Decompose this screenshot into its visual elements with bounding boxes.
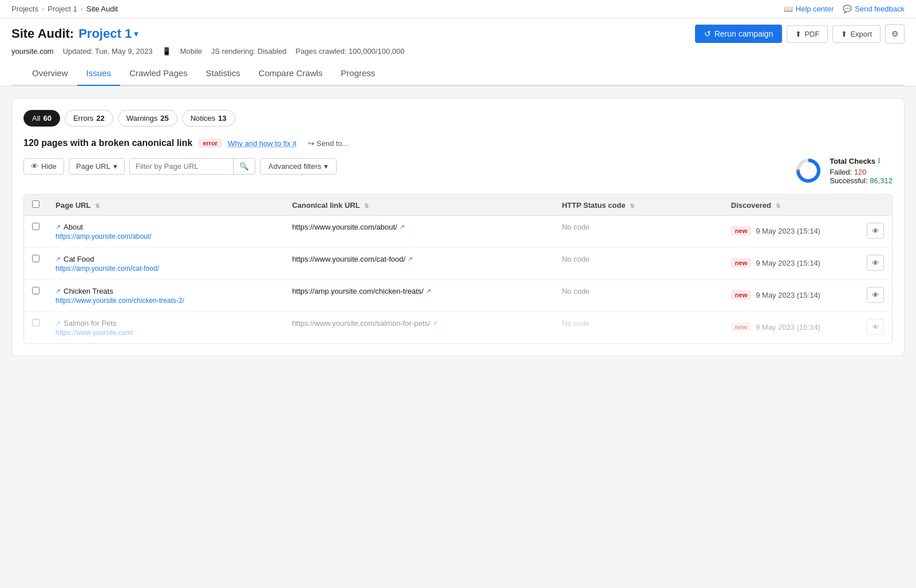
row-new-badge: new <box>731 290 751 299</box>
external-link-icon: ↗ <box>56 319 61 327</box>
row-canonical-cell: https://www.yoursite.com/about/ ↗ <box>284 216 554 248</box>
fix-link[interactable]: Why and how to fix it <box>228 139 297 148</box>
rerun-icon: ↺ <box>704 29 711 38</box>
rerun-campaign-button[interactable]: ↺ Rerun campaign <box>695 25 783 43</box>
row-page-url-link[interactable]: https://amp.yoursite.com/cat-food/ <box>56 265 276 273</box>
tab-issues[interactable]: Issues <box>77 61 120 86</box>
row-canonical-url: https://amp.yoursite.com/chicken-treats/… <box>292 287 431 295</box>
col-discovered[interactable]: Discovered ⇅ <box>723 195 892 216</box>
search-wrap: 🔍 <box>129 158 255 175</box>
row-checkbox[interactable] <box>32 287 40 294</box>
export-button[interactable]: ⬆ Export <box>832 25 881 43</box>
row-page-url-link[interactable]: https://www.yoursite.com/chicken-treats-… <box>56 297 276 305</box>
col-http-label: HTTP Status code <box>562 201 625 210</box>
row-page-name-text: About <box>64 223 83 231</box>
breadcrumb: Projects › Project 1 › Site Audit <box>11 5 118 13</box>
page-url-dropdown[interactable]: Page URL ▾ <box>69 158 125 175</box>
row-checkbox-cell <box>24 280 48 312</box>
export-icon: ⬆ <box>841 30 847 38</box>
rerun-label: Rerun campaign <box>714 29 773 38</box>
tab-crawled-pages[interactable]: Crawled Pages <box>120 61 197 86</box>
row-discovered-wrap: new 9 May 2023 (15:14) 👁 <box>731 287 884 303</box>
row-view-button[interactable]: 👁 <box>867 255 884 271</box>
row-checkbox[interactable] <box>32 223 40 230</box>
issue-badge: error <box>198 139 222 148</box>
row-view-button[interactable]: 👁 <box>867 287 884 303</box>
breadcrumb-projects[interactable]: Projects <box>11 5 38 13</box>
adv-filters-label: Advanced filters <box>269 162 322 171</box>
row-checkbox[interactable] <box>32 319 40 326</box>
col-canonical-label: Canonical link URL <box>292 201 360 210</box>
row-page-url-link[interactable]: https://amp.yoursite.com/about/ <box>56 232 276 240</box>
project-name-text: Project 1 <box>78 26 132 41</box>
total-checks: Total Checks ℹ Failed: 120 Successful: 8… <box>794 156 893 185</box>
row-new-badge: new <box>731 322 751 332</box>
row-new-badge: new <box>731 226 751 235</box>
search-button[interactable]: 🔍 <box>233 159 255 174</box>
help-center-link[interactable]: 📖 Help center <box>784 5 834 13</box>
row-page-url-cell: ↗ Chicken Treats https://www.yoursite.co… <box>48 280 284 312</box>
row-view-button[interactable]: 👁 <box>867 223 884 239</box>
row-http-cell: No code <box>554 312 722 344</box>
filter-tab-errors[interactable]: Errors 22 <box>65 110 113 127</box>
external-link-icon: ↗ <box>426 287 431 295</box>
failed-value: 120 <box>854 168 867 176</box>
send-feedback-link[interactable]: 💬 Send feedback <box>843 5 905 13</box>
tab-progress[interactable]: Progress <box>331 61 384 86</box>
row-http-cell: No code <box>554 248 722 280</box>
updated-label: Updated: Tue, May 9, 2023 <box>63 47 153 56</box>
site-audit-title: Site Audit: Project 1 ▾ <box>11 26 138 41</box>
meta-row: yoursite.com Updated: Tue, May 9, 2023 📱… <box>11 47 905 61</box>
breadcrumb-project1[interactable]: Project 1 <box>48 5 77 13</box>
project-name-button[interactable]: Project 1 ▾ <box>78 26 138 41</box>
site-audit-prefix: Site Audit: <box>11 26 74 41</box>
donut-chart <box>794 156 823 185</box>
breadcrumb-sep1: › <box>42 5 44 13</box>
col-discovered-label: Discovered <box>731 201 771 210</box>
help-center-label: Help center <box>796 5 834 13</box>
col-canonical[interactable]: Canonical link URL ⇅ <box>284 195 554 216</box>
tab-statistics[interactable]: Statistics <box>197 61 250 86</box>
table-row: ↗ Salmon for Pets https://www.yoursite.c… <box>24 312 892 344</box>
info-icon: ℹ <box>878 157 881 165</box>
search-input[interactable] <box>130 159 233 174</box>
row-http-cell: No code <box>554 280 722 312</box>
row-page-url-link[interactable]: https://www.yoursite.com/ <box>56 329 276 337</box>
filter-notices-count: 13 <box>218 114 226 123</box>
row-view-button[interactable]: 👁 <box>867 319 884 335</box>
filter-all-count: 60 <box>43 114 51 123</box>
filter-tab-notices[interactable]: Notices 13 <box>182 110 235 127</box>
external-link-icon: ↗ <box>56 223 61 231</box>
advanced-filters-button[interactable]: Advanced filters ▾ <box>260 158 337 175</box>
row-checkbox[interactable] <box>32 255 40 262</box>
row-http-cell: No code <box>554 216 722 248</box>
send-to-button[interactable]: ↪ Send to... <box>308 139 349 148</box>
table-row: ↗ Cat Food https://amp.yoursite.com/cat-… <box>24 248 892 280</box>
js-rendering-label: JS rendering: Disabled <box>211 47 287 56</box>
settings-button[interactable]: ⚙ <box>885 24 905 44</box>
breadcrumb-sep2: › <box>81 5 83 13</box>
select-all-checkbox[interactable] <box>32 200 40 208</box>
hide-button[interactable]: 👁 Hide <box>23 158 64 175</box>
main: All 60 Errors 22 Warnings 25 Notices 13 … <box>0 86 916 368</box>
col-page-url[interactable]: Page URL ⇅ <box>48 195 284 216</box>
pdf-icon: ⬆ <box>795 30 802 38</box>
export-label: Export <box>850 30 872 38</box>
tab-overview[interactable]: Overview <box>23 61 77 86</box>
filter-tab-all[interactable]: All 60 <box>23 110 60 127</box>
pdf-button[interactable]: ⬆ PDF <box>787 25 828 43</box>
col-http[interactable]: HTTP Status code ⇅ <box>554 195 722 216</box>
row-checkbox-cell <box>24 248 48 280</box>
row-discovered-cell: new 9 May 2023 (15:14) 👁 <box>723 280 892 312</box>
filter-warnings-count: 25 <box>160 114 168 123</box>
row-canonical-cell: https://www.yoursite.com/salmon-for-pets… <box>284 312 554 344</box>
row-discovered-cell: new 9 May 2023 (15:14) 👁 <box>723 248 892 280</box>
row-page-name: ↗ Cat Food <box>56 255 276 263</box>
device-label: Mobile <box>180 47 202 56</box>
row-canonical-cell: https://www.yoursite.com/cat-food/ ↗ <box>284 248 554 280</box>
tab-compare-crawls[interactable]: Compare Crawls <box>250 61 332 86</box>
row-discovered-date: 9 May 2023 (15:14) <box>756 227 820 235</box>
topbar-actions: 📖 Help center 💬 Send feedback <box>784 5 905 13</box>
filter-tab-warnings[interactable]: Warnings 25 <box>118 110 177 127</box>
external-link-icon: ↗ <box>56 255 61 263</box>
